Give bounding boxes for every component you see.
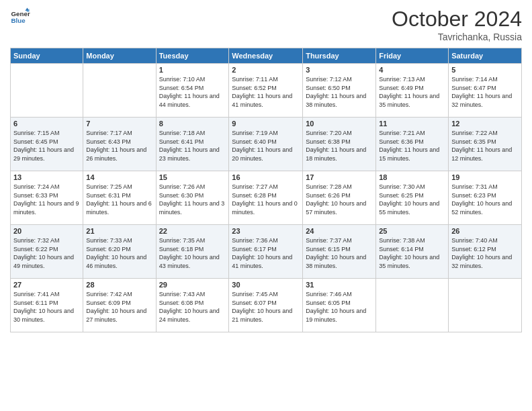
day-number: 31 [306, 281, 373, 289]
day-cell [83, 64, 156, 118]
day-cell: 15Sunrise: 7:26 AMSunset: 6:30 PMDayligh… [156, 171, 229, 225]
day-number: 3 [306, 66, 373, 74]
day-info: Sunrise: 7:36 AMSunset: 6:17 PMDaylight:… [232, 236, 300, 270]
day-cell: 9Sunrise: 7:19 AMSunset: 6:40 PMDaylight… [229, 118, 303, 171]
day-info: Sunrise: 7:18 AMSunset: 6:41 PMDaylight:… [159, 129, 226, 163]
col-wednesday: Wednesday [229, 48, 303, 64]
day-info: Sunrise: 7:12 AMSunset: 6:50 PMDaylight:… [306, 75, 373, 109]
calendar-container: General Blue October 2024 Tavrichanka, R… [0, 0, 532, 336]
day-cell: 26Sunrise: 7:40 AMSunset: 6:12 PMDayligh… [449, 225, 522, 279]
day-cell: 11Sunrise: 7:21 AMSunset: 6:36 PMDayligh… [376, 118, 449, 171]
day-cell: 3Sunrise: 7:12 AMSunset: 6:50 PMDaylight… [303, 64, 376, 118]
day-cell: 28Sunrise: 7:42 AMSunset: 6:09 PMDayligh… [83, 279, 156, 332]
day-info: Sunrise: 7:30 AMSunset: 6:25 PMDaylight:… [379, 183, 445, 216]
day-number: 23 [232, 227, 300, 235]
day-number: 21 [86, 227, 152, 235]
day-info: Sunrise: 7:27 AMSunset: 6:28 PMDaylight:… [232, 183, 300, 216]
day-info: Sunrise: 7:21 AMSunset: 6:36 PMDaylight:… [379, 129, 445, 163]
day-number: 24 [306, 227, 373, 235]
calendar-table: Sunday Monday Tuesday Wednesday Thursday… [10, 48, 522, 332]
day-info: Sunrise: 7:43 AMSunset: 6:08 PMDaylight:… [159, 290, 226, 324]
day-info: Sunrise: 7:28 AMSunset: 6:26 PMDaylight:… [306, 183, 373, 216]
day-cell: 20Sunrise: 7:32 AMSunset: 6:22 PMDayligh… [11, 225, 83, 279]
header: General Blue October 2024 Tavrichanka, R… [10, 7, 522, 42]
day-info: Sunrise: 7:19 AMSunset: 6:40 PMDaylight:… [232, 129, 300, 163]
day-info: Sunrise: 7:38 AMSunset: 6:14 PMDaylight:… [379, 236, 445, 270]
day-number: 29 [159, 281, 226, 289]
week-row-5: 27Sunrise: 7:41 AMSunset: 6:11 PMDayligh… [11, 279, 522, 332]
day-cell: 22Sunrise: 7:35 AMSunset: 6:18 PMDayligh… [156, 225, 229, 279]
day-cell: 18Sunrise: 7:30 AMSunset: 6:25 PMDayligh… [376, 171, 449, 225]
day-number: 16 [232, 173, 300, 181]
day-cell: 7Sunrise: 7:17 AMSunset: 6:43 PMDaylight… [83, 118, 156, 171]
day-number: 18 [379, 173, 445, 181]
week-row-3: 13Sunrise: 7:24 AMSunset: 6:33 PMDayligh… [11, 171, 522, 225]
col-thursday: Thursday [303, 48, 376, 64]
week-row-2: 6Sunrise: 7:15 AMSunset: 6:45 PMDaylight… [11, 118, 522, 171]
day-number: 7 [86, 120, 152, 128]
day-number: 15 [159, 173, 226, 181]
day-number: 1 [159, 66, 226, 74]
day-number: 22 [159, 227, 226, 235]
day-number: 14 [86, 173, 152, 181]
day-cell [376, 279, 449, 332]
day-info: Sunrise: 7:40 AMSunset: 6:12 PMDaylight:… [451, 236, 519, 270]
day-cell: 19Sunrise: 7:31 AMSunset: 6:23 PMDayligh… [449, 171, 522, 225]
day-info: Sunrise: 7:42 AMSunset: 6:09 PMDaylight:… [86, 290, 152, 324]
day-cell: 17Sunrise: 7:28 AMSunset: 6:26 PMDayligh… [303, 171, 376, 225]
day-info: Sunrise: 7:10 AMSunset: 6:54 PMDaylight:… [159, 75, 226, 109]
day-cell: 5Sunrise: 7:14 AMSunset: 6:47 PMDaylight… [449, 64, 522, 118]
day-number: 10 [306, 120, 373, 128]
day-cell: 10Sunrise: 7:20 AMSunset: 6:38 PMDayligh… [303, 118, 376, 171]
day-info: Sunrise: 7:37 AMSunset: 6:15 PMDaylight:… [306, 236, 373, 270]
day-info: Sunrise: 7:33 AMSunset: 6:20 PMDaylight:… [86, 236, 152, 270]
day-info: Sunrise: 7:41 AMSunset: 6:11 PMDaylight:… [13, 290, 80, 324]
day-number: 12 [451, 120, 519, 128]
col-sunday: Sunday [11, 48, 83, 64]
day-cell: 1Sunrise: 7:10 AMSunset: 6:54 PMDaylight… [156, 64, 229, 118]
logo-icon: General Blue [10, 7, 30, 27]
day-cell: 12Sunrise: 7:22 AMSunset: 6:35 PMDayligh… [449, 118, 522, 171]
week-row-4: 20Sunrise: 7:32 AMSunset: 6:22 PMDayligh… [11, 225, 522, 279]
day-info: Sunrise: 7:35 AMSunset: 6:18 PMDaylight:… [159, 236, 226, 270]
day-number: 28 [86, 281, 152, 289]
day-number: 9 [232, 120, 300, 128]
day-cell [11, 64, 83, 118]
col-monday: Monday [83, 48, 156, 64]
day-cell: 2Sunrise: 7:11 AMSunset: 6:52 PMDaylight… [229, 64, 303, 118]
col-friday: Friday [376, 48, 449, 64]
subtitle: Tavrichanka, Russia [392, 32, 522, 42]
day-info: Sunrise: 7:14 AMSunset: 6:47 PMDaylight:… [451, 75, 519, 109]
day-cell: 24Sunrise: 7:37 AMSunset: 6:15 PMDayligh… [303, 225, 376, 279]
day-number: 30 [232, 281, 300, 289]
day-number: 8 [159, 120, 226, 128]
day-number: 11 [379, 120, 445, 128]
day-info: Sunrise: 7:11 AMSunset: 6:52 PMDaylight:… [232, 75, 300, 109]
day-number: 4 [379, 66, 445, 74]
day-info: Sunrise: 7:13 AMSunset: 6:49 PMDaylight:… [379, 75, 445, 109]
logo: General Blue [10, 7, 30, 27]
day-number: 19 [451, 173, 519, 181]
day-cell: 8Sunrise: 7:18 AMSunset: 6:41 PMDaylight… [156, 118, 229, 171]
day-number: 27 [13, 281, 80, 289]
day-cell: 31Sunrise: 7:46 AMSunset: 6:05 PMDayligh… [303, 279, 376, 332]
svg-text:Blue: Blue [11, 17, 26, 24]
day-cell: 13Sunrise: 7:24 AMSunset: 6:33 PMDayligh… [11, 171, 83, 225]
day-info: Sunrise: 7:31 AMSunset: 6:23 PMDaylight:… [451, 183, 519, 216]
day-cell: 21Sunrise: 7:33 AMSunset: 6:20 PMDayligh… [83, 225, 156, 279]
day-cell: 23Sunrise: 7:36 AMSunset: 6:17 PMDayligh… [229, 225, 303, 279]
day-cell: 27Sunrise: 7:41 AMSunset: 6:11 PMDayligh… [11, 279, 83, 332]
day-cell: 25Sunrise: 7:38 AMSunset: 6:14 PMDayligh… [376, 225, 449, 279]
day-cell: 6Sunrise: 7:15 AMSunset: 6:45 PMDaylight… [11, 118, 83, 171]
day-number: 26 [451, 227, 519, 235]
week-row-1: 1Sunrise: 7:10 AMSunset: 6:54 PMDaylight… [11, 64, 522, 118]
day-info: Sunrise: 7:32 AMSunset: 6:22 PMDaylight:… [13, 236, 80, 270]
day-info: Sunrise: 7:24 AMSunset: 6:33 PMDaylight:… [13, 183, 80, 216]
day-number: 5 [451, 66, 519, 74]
header-row: Sunday Monday Tuesday Wednesday Thursday… [11, 48, 522, 64]
day-info: Sunrise: 7:25 AMSunset: 6:31 PMDaylight:… [86, 183, 152, 216]
day-info: Sunrise: 7:45 AMSunset: 6:07 PMDaylight:… [232, 290, 300, 324]
day-number: 17 [306, 173, 373, 181]
day-cell: 14Sunrise: 7:25 AMSunset: 6:31 PMDayligh… [83, 171, 156, 225]
day-info: Sunrise: 7:22 AMSunset: 6:35 PMDaylight:… [451, 129, 519, 163]
